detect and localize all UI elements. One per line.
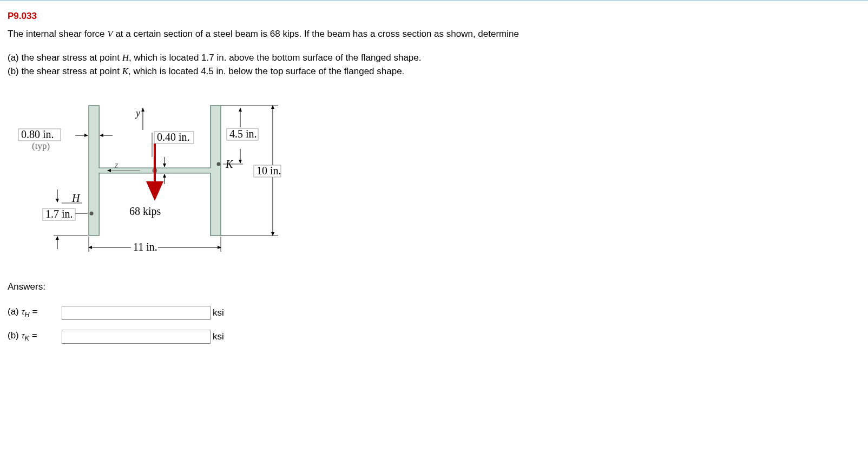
z-axis-label: z	[114, 160, 119, 169]
question-part-a: (a) the shear stress at point H, which i…	[8, 51, 860, 65]
point-h-label: H	[71, 192, 81, 204]
dim-web-thickness: 0.40 in.	[157, 131, 190, 143]
dim-flange-typ: (typ)	[32, 141, 50, 151]
answer-a-unit: ksi	[213, 308, 224, 318]
answer-b-sub: K	[25, 335, 30, 343]
dim-k-depth: 4.5 in.	[229, 128, 257, 140]
question-part-b: (b) the shear stress at point K, which i…	[8, 64, 860, 78]
answer-a-equals: =	[30, 306, 38, 317]
svg-rect-3	[89, 106, 99, 236]
svg-rect-7	[209, 168, 211, 172]
answer-b-prefix: (b)	[8, 330, 22, 341]
dim-h-height: 1.7 in.	[45, 208, 73, 220]
answer-b-input[interactable]	[62, 330, 211, 344]
answer-row-a: (a) τH = ksi	[8, 306, 860, 320]
svg-rect-4	[211, 106, 221, 236]
problem-intro: The internal shear force V at a certain …	[8, 27, 860, 41]
answer-row-b: (b) τK = ksi	[8, 330, 860, 344]
y-axis-label: y	[135, 108, 140, 119]
cross-section-figure: y z 0.80 in. (typ) 0.40 in. 4.5	[13, 95, 860, 260]
dim-flange-thickness: 0.80 in.	[21, 128, 54, 140]
answers-heading: Answers:	[8, 282, 860, 292]
answer-a-input[interactable]	[62, 306, 211, 320]
answer-b-equals: =	[29, 330, 37, 341]
dim-width: 11 in.	[133, 241, 157, 253]
svg-point-29	[90, 211, 94, 215]
svg-rect-6	[98, 168, 100, 172]
problem-number: P9.033	[8, 11, 860, 22]
dim-total-height: 10 in.	[257, 165, 281, 176]
answer-a-sub: H	[25, 311, 30, 319]
answer-b-unit: ksi	[213, 331, 224, 342]
svg-point-23	[217, 162, 221, 166]
shear-force-label: 68 kips	[129, 205, 161, 218]
answer-a-prefix: (a)	[8, 306, 22, 317]
